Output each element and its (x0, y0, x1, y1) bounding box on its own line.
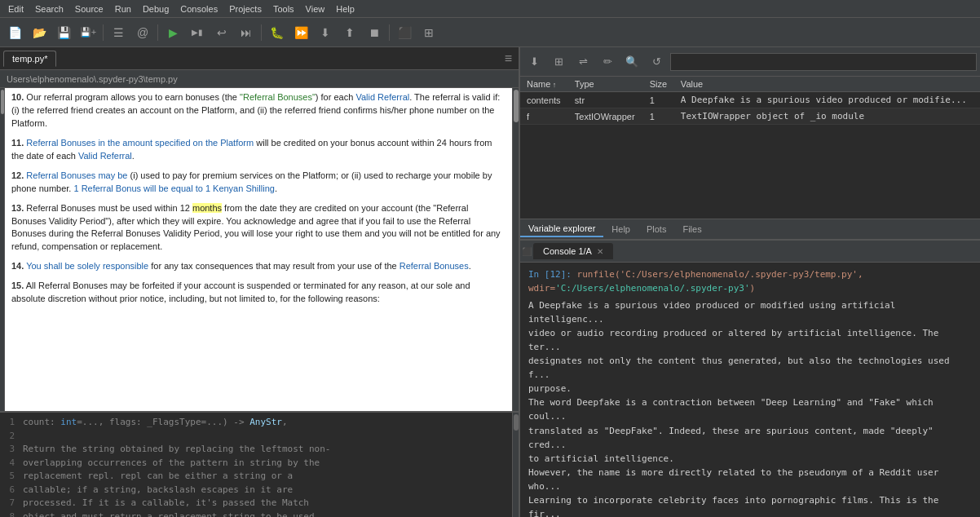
at-btn[interactable]: @ (131, 21, 154, 44)
para-text-14: You shall be solely responsible for any … (26, 261, 471, 271)
download-btn[interactable]: ⬇ (523, 51, 545, 73)
var-name-contents: contents (520, 92, 568, 108)
console-panel-icon: ⬛ (520, 247, 533, 256)
out-line-2: video or audio recording produced or alt… (528, 326, 972, 354)
console-section: ⬛ Console 1/A ✕ In [12]: runfile('C:/Use… (520, 240, 980, 517)
out-line-5: The word Deepfake is a contraction betwe… (528, 395, 972, 423)
col-value[interactable]: Value (674, 77, 980, 92)
doc-paragraph-11: 11. Referral Bonuses in the amount speci… (11, 137, 505, 163)
panel-tabs: Variable explorer Help Plots Files (520, 219, 980, 240)
menu-consoles[interactable]: Consoles (175, 2, 223, 15)
var-row-f[interactable]: f TextIOWrapper 1 TextIOWrapper object o… (520, 108, 980, 125)
var-size-f: 1 (643, 108, 674, 125)
new-file-btn[interactable]: 📄 (3, 21, 26, 44)
console-output[interactable]: In [12]: runfile('C:/Users/elphenomenalo… (520, 263, 980, 517)
out-line-1: A Deepfake is a spurious video produced … (528, 298, 972, 326)
var-size-contents: 1 (643, 92, 674, 108)
out-line-9: Learning to incorporate celebrity faces … (528, 493, 972, 517)
step-out-btn[interactable]: ⬆ (338, 21, 361, 44)
filepath-text: Users\elphenomenalo\.spyder-py3\temp.py (7, 74, 178, 84)
code-line-2 (23, 430, 505, 444)
para-text-15: All Referral Bonuses may be forfeited if… (11, 281, 470, 303)
code-area: 12345678 count: int=..., flags: _FlagsTy… (0, 411, 519, 517)
menu-tools[interactable]: Tools (268, 2, 299, 15)
step-btn[interactable]: ⏩ (289, 21, 312, 44)
panel-tab-plots[interactable]: Plots (638, 222, 674, 236)
col-size[interactable]: Size (643, 77, 674, 92)
code-line-4: overlapping occurrences of the pattern i… (23, 457, 505, 471)
menu-projects[interactable]: Projects (224, 2, 267, 15)
file-tab-temp-py[interactable]: temp.py* (3, 51, 56, 67)
para-text-10: Our referral program allows you to earn … (11, 92, 500, 128)
filepath-bar: Users\elphenomenalo\.spyder-py3\temp.py (0, 70, 519, 88)
doc-paragraph-10: 10. Our referral program allows you to e… (11, 91, 505, 130)
menu-help[interactable]: Help (331, 2, 360, 15)
transfer-btn[interactable]: ⇌ (572, 51, 594, 73)
code-line-8: object and must return a replacement str… (23, 510, 505, 518)
continue-btn[interactable]: ⏹ (363, 21, 386, 44)
para-num-13: 13. (11, 203, 24, 213)
save-file-btn[interactable]: 💾 (52, 21, 75, 44)
maximize-btn[interactable]: ⊞ (417, 21, 440, 44)
out-line-3: designates not only the content thus gen… (528, 354, 972, 382)
menubar: Edit Search Source Run Debug Consoles Pr… (0, 0, 980, 18)
debug-btn[interactable]: 🐛 (265, 21, 288, 44)
out-line-8: However, the name is more directly relat… (528, 466, 972, 493)
document-area: 10. Our referral program allows you to e… (0, 88, 519, 411)
doc-paragraph-14: 14. You shall be solely responsible for … (11, 260, 505, 273)
doc-paragraph-13: 13. Referral Bonuses must be used within… (11, 202, 505, 254)
run-selection-btn[interactable]: ↩ (210, 21, 233, 44)
refresh-btn[interactable]: ↺ (646, 51, 667, 73)
panel-tab-files[interactable]: Files (674, 222, 709, 236)
code-line-3: Return the string obtained by replacing … (23, 443, 505, 457)
main-layout: temp.py* ≡ Users\elphenomenalo\.spyder-p… (0, 47, 980, 517)
sep1 (103, 24, 104, 41)
menu-search[interactable]: Search (30, 2, 68, 15)
code-scroll: 12345678 count: int=..., flags: _FlagsTy… (0, 413, 519, 517)
sep2 (157, 24, 158, 41)
code-text[interactable]: count: int=..., flags: _FlagsType=...) -… (16, 413, 512, 517)
filetab-more-btn[interactable]: ≡ (501, 51, 515, 66)
stop-btn[interactable]: ⬛ (393, 21, 416, 44)
para-text-11: Referral Bonuses in the amount specified… (11, 138, 492, 161)
menu-edit[interactable]: Edit (3, 2, 29, 15)
code-line-6: callable; if a string, backslash escapes… (23, 484, 505, 497)
out-line-6: translated as "DeepFake". Indeed, these … (528, 424, 972, 452)
console-tab-1[interactable]: Console 1/A ✕ (533, 243, 613, 259)
menu-view[interactable]: View (301, 2, 330, 15)
code-line-1: count: int=..., flags: _FlagsType=...) -… (23, 416, 505, 430)
panel-tab-help[interactable]: Help (603, 222, 638, 236)
grid-btn[interactable]: ⊞ (548, 51, 569, 73)
run-btn[interactable]: ▶ (161, 21, 184, 44)
path-input[interactable]: C:\Users\elphenomenalo\.spyder-py3 (670, 53, 977, 71)
code-line-7: processed. If it is a callable, it's pas… (23, 497, 505, 510)
search-btn[interactable]: 🔍 (621, 51, 642, 73)
console-tab-close[interactable]: ✕ (597, 247, 603, 256)
col-name[interactable]: Name (520, 77, 568, 92)
col-type[interactable]: Type (568, 77, 643, 92)
right-toolbar: ⬇ ⊞ ⇌ ✏ 🔍 ↺ C:\Users\elphenomenalo\.spyd… (520, 47, 980, 77)
menu-debug[interactable]: Debug (138, 2, 174, 15)
var-name-f: f (520, 108, 568, 125)
console-output-text: A Deepfake is a spurious video produced … (528, 298, 972, 517)
run-next-btn[interactable]: ⏭ (235, 21, 258, 44)
pencil-btn[interactable]: ✏ (597, 51, 618, 73)
run-cell-btn[interactable]: ▶▮ (186, 21, 209, 44)
document-content[interactable]: 10. Our referral program allows you to e… (5, 88, 512, 411)
file-tabs: temp.py* ≡ (0, 47, 519, 70)
open-file-btn[interactable]: 📂 (28, 21, 51, 44)
console-prompt-12: In [12]: (528, 269, 577, 280)
para-num-12: 12. (11, 170, 24, 180)
toolbar: 📄 📂 💾 💾+ ☰ @ ▶ ▶▮ ↩ ⏭ 🐛 ⏩ ⬇ ⬆ ⏹ ⬛ ⊞ (0, 18, 980, 47)
variable-explorer: Name Type Size Value contents str 1 A De… (520, 77, 980, 219)
menu-run[interactable]: Run (110, 2, 136, 15)
console-in-12: In [12]: runfile('C:/Users/elphenomenalo… (528, 267, 972, 295)
out-line-4: purpose. (528, 382, 972, 395)
var-row-contents[interactable]: contents str 1 A Deepfake is a spurious … (520, 92, 980, 108)
outline-btn[interactable]: ☰ (107, 21, 130, 44)
editor-panel: temp.py* ≡ Users\elphenomenalo\.spyder-p… (0, 47, 520, 517)
save-all-btn[interactable]: 💾+ (77, 21, 99, 44)
step-into-btn[interactable]: ⬇ (314, 21, 337, 44)
menu-source[interactable]: Source (70, 2, 108, 15)
panel-tab-varexplorer[interactable]: Variable explorer (520, 221, 603, 237)
